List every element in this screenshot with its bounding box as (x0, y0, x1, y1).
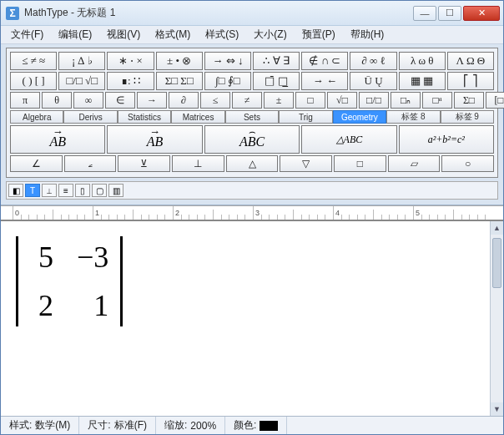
tab-derivs[interactable]: Derivs (63, 110, 117, 124)
vertical-scrollbar[interactable]: ▲ ▼ (490, 221, 503, 416)
row2-btn-7[interactable]: Ū Ų (350, 72, 396, 90)
scroll-up-icon[interactable]: ▲ (491, 221, 503, 235)
cell-1-0[interactable]: 2 (30, 288, 53, 323)
scroll-down-icon[interactable]: ▼ (491, 402, 503, 416)
row2-btn-0[interactable]: ( ) [ ] (10, 72, 57, 90)
minitool-0[interactable]: ◧ (8, 184, 23, 197)
row3-btn-4[interactable]: → (137, 92, 167, 109)
equation-editor[interactable]: 5 −3 2 1 ▲ ▼ (1, 220, 503, 416)
smallrow-btn-0[interactable]: ∠ (10, 155, 63, 172)
row3-btn-12[interactable]: □ₙ (391, 92, 421, 109)
ruler-mark-5: 5 (416, 209, 420, 217)
close-button[interactable]: ✕ (463, 6, 500, 21)
menu-6[interactable]: 预置(P) (295, 26, 342, 43)
color-label: 颜色: (234, 418, 256, 432)
template-btn-4[interactable]: a²+b²=c² (399, 125, 494, 154)
row1-btn-3[interactable]: ± • ⊗ (156, 52, 203, 70)
row1-btn-1[interactable]: ¡ ∆ ♭ (58, 52, 105, 70)
tab-标签 8[interactable]: 标签 8 (386, 110, 440, 124)
cell-1-1[interactable]: 1 (77, 288, 108, 323)
row3-btn-7[interactable]: ≠ (232, 92, 262, 109)
row2-btn-3[interactable]: Σ□ Σ□ (156, 72, 203, 90)
cell-0-0[interactable]: 5 (30, 240, 53, 275)
row1-btn-4[interactable]: → ⇔ ↓ (204, 52, 251, 70)
row1-btn-9[interactable]: Λ Ω Θ (447, 52, 494, 70)
smallrow-btn-1[interactable]: ⦟ (64, 155, 117, 172)
status-size[interactable]: 尺寸: 标准(F) (79, 417, 156, 434)
minimize-button[interactable]: — (413, 6, 436, 21)
row1-btn-8[interactable]: λ ω θ (399, 52, 446, 70)
row3-btn-15[interactable]: [□] (486, 92, 504, 109)
row1-btn-6[interactable]: ∉ ∩ ⊂ (301, 52, 348, 70)
row2-btn-1[interactable]: □/□ √□ (58, 72, 105, 90)
template-row: →AB→AB⌢ABC△ABCa²+b²=c² (10, 125, 494, 154)
determinant[interactable]: 5 −3 2 1 (16, 236, 123, 326)
smallrow-btn-3[interactable]: ⊥ (172, 155, 224, 172)
status-style[interactable]: 样式: 数学(M) (1, 417, 79, 434)
tab-algebra[interactable]: Algebra (10, 110, 63, 124)
row3-btn-6[interactable]: ≤ (200, 92, 230, 109)
menu-0[interactable]: 文件(F) (4, 26, 50, 43)
maximize-button[interactable]: ☐ (438, 6, 461, 21)
row3-btn-1[interactable]: θ (42, 92, 72, 109)
row3-btn-3[interactable]: ∈ (105, 92, 135, 109)
row2-btn-4[interactable]: ∫□ ∮□ (204, 72, 251, 90)
status-color[interactable]: 颜色: (225, 417, 287, 434)
minitool-5[interactable]: ▢ (92, 184, 107, 197)
template-btn-0[interactable]: →AB (10, 125, 105, 154)
template-btn-2[interactable]: ⌢ABC (204, 125, 300, 154)
row2-btn-2[interactable]: ∎: ∷ (107, 72, 154, 90)
tab-sets[interactable]: Sets (225, 110, 279, 124)
tab-trig[interactable]: Trig (279, 110, 332, 124)
row2-btn-8[interactable]: ▦ ▦ (399, 72, 446, 90)
smallrow-btn-5[interactable]: ▽ (280, 155, 332, 172)
tab-geometry[interactable]: Geometry (333, 110, 386, 124)
smallrow-btn-8[interactable]: ○ (441, 155, 494, 172)
minitool-4[interactable]: ▯ (75, 184, 90, 197)
symbol-row-2: ( ) [ ]□/□ √□∎: ∷Σ□ Σ□∫□ ∮□□̄ □̲→ ←Ū Ų▦ … (10, 72, 494, 90)
ruler-mark-3: 3 (255, 209, 260, 217)
row1-btn-5[interactable]: ∴ ∀ ∃ (253, 52, 300, 70)
menu-4[interactable]: 样式(S) (199, 26, 245, 43)
smallrow-btn-6[interactable]: □ (334, 155, 386, 172)
row3-btn-11[interactable]: □/□ (359, 92, 389, 109)
minitool-3[interactable]: ≡ (58, 184, 73, 197)
menu-7[interactable]: 帮助(H) (344, 26, 391, 43)
menu-2[interactable]: 视图(V) (100, 26, 147, 43)
row3-btn-8[interactable]: ± (264, 92, 294, 109)
cell-0-1[interactable]: −3 (77, 240, 108, 275)
row2-btn-9[interactable]: ⎡ ⎤ (447, 72, 494, 90)
menu-3[interactable]: 格式(M) (149, 26, 197, 43)
row1-btn-0[interactable]: ≤ ≠ ≈ (10, 52, 57, 70)
row3-btn-13[interactable]: □ⁿ (422, 92, 452, 109)
menu-1[interactable]: 编辑(E) (52, 26, 98, 43)
color-swatch-icon (260, 421, 278, 431)
smallrow-btn-7[interactable]: ▱ (388, 155, 441, 172)
scroll-thumb[interactable] (492, 238, 501, 288)
row1-btn-7[interactable]: ∂ ∞ ℓ (350, 52, 396, 70)
minitool-2[interactable]: ⟂ (42, 184, 57, 197)
vbar-right-icon (120, 236, 123, 326)
row3-btn-14[interactable]: Σ□ (454, 92, 484, 109)
minitool-6[interactable]: ▥ (108, 184, 123, 197)
menu-5[interactable]: 大小(Z) (247, 26, 293, 43)
row1-btn-2[interactable]: ∗ ⋅ × (107, 52, 154, 70)
template-btn-3[interactable]: △ABC (301, 125, 396, 154)
row2-btn-6[interactable]: → ← (301, 72, 348, 90)
symbol-row-3: πθ∞∈→∂≤≠±□√□□/□□ₙ□ⁿΣ□[□](□)□̄ (10, 92, 494, 109)
status-zoom[interactable]: 缩放: 200% (156, 417, 225, 434)
smallrow-btn-4[interactable]: △ (226, 155, 279, 172)
row3-btn-5[interactable]: ∂ (169, 92, 199, 109)
row3-btn-0[interactable]: π (10, 92, 40, 109)
row3-btn-9[interactable]: □ (295, 92, 325, 109)
minitool-1[interactable]: T (25, 184, 40, 197)
row3-btn-10[interactable]: √□ (327, 92, 357, 109)
tab-标签 9[interactable]: 标签 9 (441, 110, 494, 124)
tab-statistics[interactable]: Statistics (118, 110, 171, 124)
matrix-grid: 5 −3 2 1 (18, 236, 120, 326)
row3-btn-2[interactable]: ∞ (73, 92, 103, 109)
smallrow-btn-2[interactable]: ⊻ (118, 155, 170, 172)
row2-btn-5[interactable]: □̄ □̲ (253, 72, 300, 90)
tab-matrices[interactable]: Matrices (171, 110, 224, 124)
template-btn-1[interactable]: →AB (107, 125, 202, 154)
